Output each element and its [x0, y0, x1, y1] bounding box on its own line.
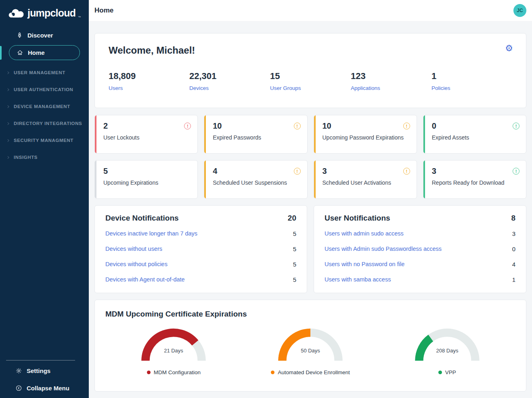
alert-card[interactable]: 0 ! Expired Assets: [423, 115, 526, 154]
mdm-title: MDM Upcoming Certificate Expirations: [105, 310, 515, 319]
gauge-days-label: 208 Days: [436, 348, 458, 354]
collapse-menu-label: Collapse Menu: [27, 385, 69, 392]
alert-label: Upcoming Expirations: [103, 179, 191, 186]
notification-count: 3: [512, 230, 515, 237]
stat-link[interactable]: User Groups: [270, 85, 301, 91]
sidebar-section-label: SECURITY MANAGMENT: [14, 138, 73, 143]
notification-row: Users with admin sudo access 3: [325, 226, 515, 241]
sidebar-section-label: USER MANAGEMENT: [14, 70, 65, 75]
notification-row: Devices without policies 5: [105, 256, 296, 272]
home-icon: [17, 49, 23, 56]
gauge-legend: MDM Configuration: [147, 369, 201, 375]
alert-card[interactable]: 10 ! Upcoming Password Expirations: [314, 115, 417, 154]
notification-link[interactable]: Users with samba access: [325, 276, 391, 283]
certificate-gauge: 50 Days Automated Device Enrollment: [242, 323, 379, 375]
legend-dot-icon: [438, 371, 442, 374]
sidebar-section[interactable]: DIRECTORY INTEGRATIONS: [0, 115, 89, 132]
page-title: Home: [94, 6, 113, 15]
avatar[interactable]: JC: [513, 4, 526, 17]
legend-dot-icon: [271, 371, 274, 374]
chevron-right-icon: [6, 71, 10, 75]
sidebar-section[interactable]: USER MANAGEMENT: [0, 64, 89, 81]
notification-link[interactable]: Devices without users: [105, 246, 162, 252]
notification-count: 5: [293, 230, 296, 237]
notification-link[interactable]: Devices with Agent out-of-date: [105, 276, 185, 283]
alert-count: 5: [103, 167, 108, 176]
stat-link[interactable]: Policies: [431, 85, 450, 91]
sidebar-section[interactable]: DEVICE MANAGEMENT: [0, 98, 89, 115]
stat-link[interactable]: Users: [109, 85, 123, 91]
notification-link[interactable]: Devices inactive longer than 7 days: [105, 230, 197, 237]
notification-count: 0: [512, 246, 515, 252]
alert-status-icon: !: [513, 168, 519, 175]
sidebar-divider: [6, 360, 75, 360]
summary-stat: 18,809 Users: [109, 71, 189, 92]
certificate-gauge: 21 Days MDM Configuration: [105, 323, 242, 375]
welcome-title: Welcome, Michael!: [109, 45, 512, 56]
jumpcloud-logo[interactable]: jumpcloud ™: [0, 0, 89, 21]
sidebar-section-label: DIRECTORY INTEGRATIONS: [14, 121, 82, 126]
gauge-fill: [419, 338, 431, 360]
alert-count: 2: [103, 121, 108, 131]
summary-stats: 18,809 Users 22,301 Devices 15 User Grou…: [109, 71, 512, 92]
alert-label: Scheduled User Suspensions: [213, 179, 300, 186]
alert-card[interactable]: 10 ! Expired Passwords: [204, 115, 307, 154]
sidebar-section-label: USER AUTHENTICATION: [14, 87, 73, 92]
active-nav-indicator: [0, 46, 2, 60]
sidebar-section[interactable]: USER AUTHENTICATION: [0, 81, 89, 98]
alert-count: 4: [213, 167, 217, 176]
dashboard-settings-gear-icon[interactable]: ⚙: [505, 44, 513, 53]
collapse-menu-icon: [15, 385, 22, 392]
stat-link[interactable]: Applications: [351, 85, 380, 91]
summary-stat: 1 Policies: [431, 71, 512, 92]
sidebar-item-label: Discover: [27, 32, 53, 39]
alert-count: 3: [323, 167, 327, 176]
notification-link[interactable]: Users with Admin sudo Passwordless acces…: [325, 246, 442, 252]
alert-label: Expired Passwords: [213, 134, 300, 141]
alert-count: 3: [432, 167, 436, 176]
device-notifications-panel: Device Notifications 20 Devices inactive…: [94, 205, 307, 293]
alert-card[interactable]: 3 ! Scheduled User Activations: [314, 160, 417, 199]
legend-label: Automated Device Enrollment: [278, 369, 350, 375]
stat-value: 22,301: [189, 71, 270, 81]
sidebar-sections: USER MANAGEMENT USER AUTHENTICATION DEVI…: [0, 64, 89, 166]
gauge-legend: VPP: [438, 369, 456, 375]
alert-cards-grid: 2 ! User Lockouts 10 ! Expired Passwords…: [94, 115, 526, 199]
gauge-fill: [282, 333, 310, 361]
chevron-right-icon: [6, 105, 10, 108]
notification-link[interactable]: Devices without policies: [105, 261, 168, 267]
alert-card[interactable]: 3 ! Reports Ready for Download: [423, 160, 526, 199]
notification-count: 4: [512, 261, 515, 268]
sidebar-item-collapse-menu[interactable]: Collapse Menu: [15, 385, 89, 392]
stat-value: 15: [270, 71, 351, 81]
notification-link[interactable]: Users with admin sudo access: [325, 230, 404, 237]
alert-status-icon: !: [403, 123, 410, 129]
sidebar-item-discover[interactable]: Discover: [16, 29, 89, 41]
sidebar-item-home[interactable]: Home: [9, 45, 80, 60]
alert-status-icon: !: [294, 123, 301, 129]
alert-status-icon: !: [513, 123, 519, 129]
mdm-certificate-expirations-card: MDM Upcoming Certificate Expirations 21 …: [94, 300, 526, 392]
notification-count: 1: [512, 276, 515, 283]
sidebar-section[interactable]: SECURITY MANAGMENT: [0, 132, 89, 149]
notification-count: 5: [293, 246, 296, 252]
alert-label: User Lockouts: [103, 134, 191, 141]
gauge-chart: 21 Days: [136, 323, 211, 364]
alert-card[interactable]: 2 ! User Lockouts: [94, 115, 198, 154]
panel-title: User Notifications: [325, 214, 390, 223]
stat-link[interactable]: Devices: [189, 85, 209, 91]
notification-link[interactable]: Users with no Password on file: [325, 261, 404, 267]
sidebar-item-settings[interactable]: Settings: [15, 367, 89, 374]
alert-count: 10: [323, 121, 331, 131]
notification-count: 5: [293, 261, 296, 268]
alert-card[interactable]: 5 ! Upcoming Expirations: [94, 160, 198, 199]
sidebar-section[interactable]: INSIGHTS: [0, 149, 89, 166]
gear-icon: [15, 367, 22, 374]
alert-label: Upcoming Password Expirations: [323, 134, 410, 141]
gauge-chart: 50 Days: [273, 323, 348, 364]
alert-count: 10: [213, 121, 222, 131]
alert-card[interactable]: 4 ! Scheduled User Suspensions: [204, 160, 307, 199]
alert-status-icon: !: [294, 168, 301, 175]
chevron-right-icon: [6, 122, 10, 125]
panel-title: Device Notifications: [105, 214, 179, 223]
